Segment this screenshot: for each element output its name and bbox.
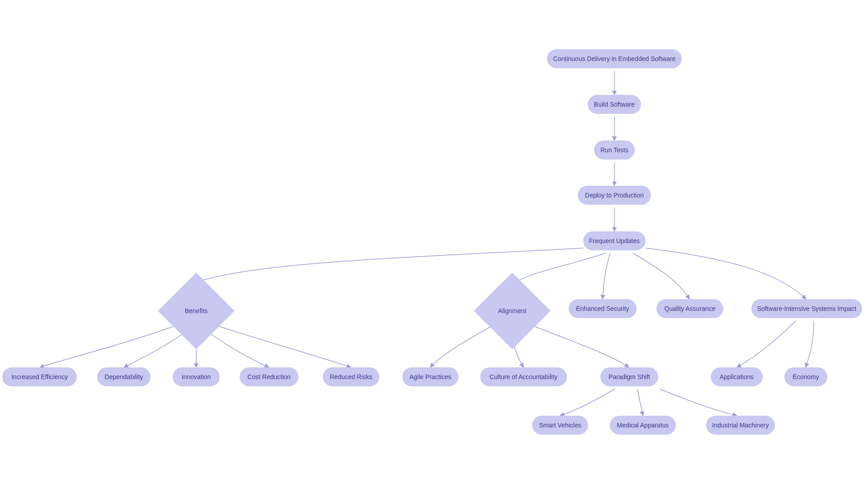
node-smart: Smart Vehicles: [532, 416, 588, 435]
node-risks: Reduced Risks: [323, 367, 379, 386]
node-label: Reduced Risks: [330, 373, 372, 380]
node-dependability: Dependability: [97, 367, 151, 386]
node-qa: Quality Assurance: [656, 299, 723, 318]
node-label: Innovation: [182, 373, 211, 380]
node-label: Alignment: [498, 307, 526, 314]
node-updates: Frequent Updates: [583, 231, 646, 250]
edges-layer: [0, 0, 868, 488]
node-medical: Medical Apparatus: [610, 416, 676, 435]
node-impact: Software-Intensive Systems Impact: [751, 299, 862, 318]
node-label: Culture of Accountability: [490, 373, 557, 380]
node-label: Frequent Updates: [589, 237, 640, 244]
node-label: Enhanced Security: [576, 305, 629, 312]
node-applications: Applications: [711, 367, 763, 386]
node-label: Build Software: [594, 101, 635, 108]
node-label: Smart Vehicles: [539, 422, 581, 429]
node-label: Increased Efficiency: [11, 373, 68, 380]
node-label: Run Tests: [600, 146, 628, 154]
flowchart-canvas: Continuous Delivery in Embedded Software…: [0, 0, 868, 488]
node-industrial: Industrial Machinery: [706, 416, 775, 435]
node-build: Build Software: [588, 95, 641, 114]
node-label: Agile Practices: [410, 373, 452, 380]
node-label: Benefits: [185, 307, 208, 314]
node-paradigm: Paradigm Shift: [600, 367, 658, 386]
node-label: Economy: [793, 373, 819, 380]
node-culture: Culture of Accountability: [480, 367, 567, 386]
node-benefits: Benefits: [169, 284, 223, 338]
node-tests: Run Tests: [594, 141, 635, 160]
node-alignment: Alignment: [485, 284, 539, 338]
node-cost: Cost Reduction: [240, 367, 298, 386]
node-agile: Agile Practices: [402, 367, 458, 386]
node-efficiency: Increased Efficiency: [2, 367, 77, 386]
node-label: Paradigm Shift: [609, 373, 650, 380]
node-label: Industrial Machinery: [712, 422, 769, 429]
node-label: Software-Intensive Systems Impact: [757, 305, 856, 312]
node-security: Enhanced Security: [569, 299, 637, 318]
node-label: Deploy to Production: [585, 192, 644, 199]
node-root: Continuous Delivery in Embedded Software: [547, 49, 682, 68]
node-label: Quality Assurance: [665, 305, 716, 312]
node-label: Medical Apparatus: [617, 422, 669, 429]
node-label: Dependability: [105, 373, 143, 380]
node-innovation: Innovation: [173, 367, 220, 386]
node-economy: Economy: [784, 367, 827, 386]
node-label: Applications: [720, 373, 754, 380]
node-label: Continuous Delivery in Embedded Software: [553, 55, 676, 62]
node-deploy: Deploy to Production: [578, 186, 651, 205]
node-label: Cost Reduction: [247, 373, 291, 380]
